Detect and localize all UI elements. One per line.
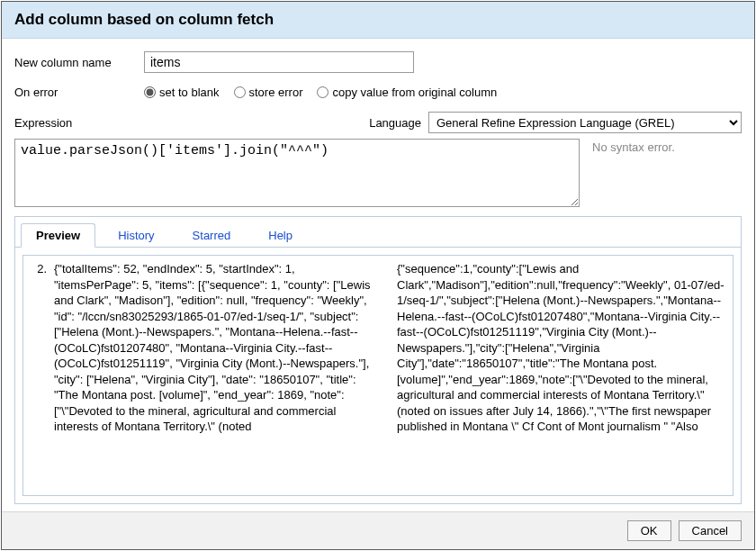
expression-lang-row: Expression Language General Refine Expre… — [14, 112, 742, 133]
preview-pane: 2. {"totalItems": 52, "endIndex": 5, "st… — [15, 248, 741, 503]
expression-row: No syntax error. — [14, 139, 742, 207]
on-error-option-blank[interactable]: set to blank — [144, 86, 220, 99]
expression-label: Expression — [14, 116, 144, 130]
tab-starred[interactable]: Starred — [177, 223, 247, 247]
dialog-content: New column name On error set to blank st… — [2, 39, 754, 511]
tab-strip: Preview History Starred Help — [15, 217, 741, 248]
tab-preview[interactable]: Preview — [21, 223, 95, 248]
preview-output-cell: {"sequence":1,"county":["Lewis and Clark… — [390, 256, 733, 495]
on-error-label: On error — [14, 86, 144, 99]
radio-set-to-blank[interactable] — [144, 86, 156, 98]
dialog-title: Add column based on column fetch — [2, 2, 754, 39]
language-label: Language — [369, 116, 421, 130]
language-select[interactable]: General Refine Expression Language (GREL… — [428, 112, 742, 133]
on-error-row: On error set to blank store error copy v… — [14, 86, 742, 99]
expression-textarea[interactable] — [14, 139, 580, 207]
new-column-label: New column name — [14, 56, 144, 69]
button-bar: OK Cancel — [2, 511, 754, 549]
preview-table: 2. {"totalItems": 52, "endIndex": 5, "st… — [22, 255, 734, 496]
new-column-input[interactable] — [144, 51, 414, 73]
radio-store-error[interactable] — [234, 86, 246, 98]
on-error-option-copy[interactable]: copy value from original column — [317, 86, 497, 99]
results-panel: Preview History Starred Help 2. {"totalI… — [14, 216, 742, 504]
syntax-message: No syntax error. — [592, 139, 675, 154]
tab-help[interactable]: Help — [253, 223, 308, 247]
on-error-option-store[interactable]: store error — [234, 86, 303, 99]
on-error-radio-group: set to blank store error copy value from… — [144, 86, 506, 99]
radio-label: copy value from original column — [332, 86, 497, 99]
radio-label: set to blank — [159, 86, 220, 99]
preview-input-cell: {"totalItems": 52, "endIndex": 5, "start… — [50, 256, 390, 495]
dialog: Add column based on column fetch New col… — [1, 1, 755, 550]
new-column-row: New column name — [14, 51, 742, 73]
ok-button[interactable]: OK — [627, 520, 671, 541]
cancel-button[interactable]: Cancel — [679, 520, 742, 541]
radio-copy-value[interactable] — [317, 86, 328, 98]
tab-history[interactable]: History — [103, 223, 169, 247]
radio-label: store error — [249, 86, 303, 99]
preview-row-number: 2. — [23, 256, 50, 495]
